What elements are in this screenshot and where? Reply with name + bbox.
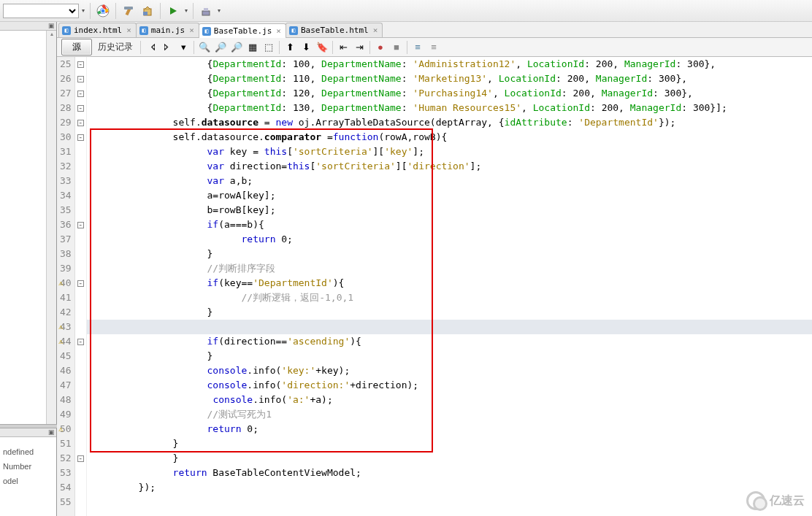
build-icon[interactable] — [120, 2, 137, 20]
nav-member[interactable]: Number — [3, 456, 53, 471]
nav-back-icon[interactable]: 🢔 — [144, 40, 158, 55]
collapse-icon[interactable]: ▣ — [0, 428, 56, 437]
shift-left-icon[interactable]: ⇤ — [336, 40, 351, 55]
find-prev-icon[interactable]: 🔎 — [213, 40, 228, 55]
code-line[interactable]: } — [90, 436, 812, 451]
code-line[interactable]: //测试写死为1 — [90, 407, 812, 422]
code-line[interactable]: console.info('a:'+a); — [90, 393, 812, 407]
fold-column: ---------- — [75, 57, 87, 516]
code-line[interactable]: } — [90, 247, 812, 261]
code-line[interactable]: return 0; — [90, 422, 812, 436]
code-editor[interactable]: 2526272829303132333435363738394041424344… — [57, 57, 812, 516]
editor-tab[interactable]: ◧BaseTable.js× — [199, 23, 286, 38]
run-icon[interactable] — [164, 2, 182, 20]
code-line[interactable] — [90, 495, 812, 509]
code-line[interactable]: return BaseTableContentViewModel; — [90, 466, 812, 480]
source-view-button[interactable]: 源 — [61, 39, 92, 55]
close-icon[interactable]: × — [125, 26, 133, 35]
tab-label: BaseTable.html — [301, 26, 369, 35]
fold-toggle-icon[interactable]: - — [77, 61, 84, 68]
fold-toggle-icon[interactable]: - — [77, 120, 84, 126]
watermark-text: 亿速云 — [770, 493, 805, 509]
separator — [193, 3, 194, 19]
fold-toggle-icon[interactable]: - — [77, 222, 84, 228]
macro-stop-icon[interactable]: ■ — [389, 40, 404, 55]
code-line[interactable]: console.info('direction:'+direction); — [90, 378, 812, 393]
uncomment-icon[interactable]: ≡ — [426, 40, 441, 55]
separator — [90, 3, 91, 19]
fold-toggle-icon[interactable]: - — [77, 76, 84, 82]
code-line[interactable]: var direction=this['sortCriteria']['dire… — [90, 159, 812, 174]
chrome-icon[interactable] — [94, 2, 112, 20]
code-line[interactable]: if(direction=='ascending'){ — [90, 334, 812, 349]
code-line[interactable]: } — [90, 349, 812, 363]
select-icon[interactable]: ⬚ — [261, 40, 276, 55]
code-line[interactable]: } — [90, 305, 812, 320]
code-line[interactable]: var a,b; — [90, 174, 812, 188]
code-line[interactable]: }); — [90, 480, 812, 495]
close-icon[interactable]: × — [275, 26, 283, 36]
highlight-icon[interactable]: ▦ — [245, 40, 260, 55]
code-line[interactable]: //判断排序字段 — [90, 261, 812, 276]
combo-arrow-icon[interactable]: ▾ — [80, 2, 86, 20]
editor-area: ◧index.html×◧main.js×◧BaseTable.js×◧Base… — [57, 22, 812, 516]
code-line[interactable]: var key = this['sortCriteria']['key']; — [90, 145, 812, 159]
find-next-icon[interactable]: 🔎 — [229, 40, 244, 55]
deploy-icon[interactable] — [197, 2, 215, 20]
editor-tab[interactable]: ◧main.js× — [136, 23, 199, 37]
fold-toggle-icon[interactable]: - — [77, 280, 84, 287]
dropdown-icon[interactable]: ▾ — [176, 40, 191, 55]
code-line[interactable]: } — [90, 451, 812, 466]
code-line[interactable]: self.datasource.comparator =function(row… — [90, 130, 812, 145]
shift-right-icon[interactable]: ⇥ — [352, 40, 367, 55]
editor-tab[interactable]: ◧BaseTable.html× — [286, 23, 383, 37]
main-toolbar: ▾ ▾ ▾ — [0, 0, 812, 22]
nav-member[interactable]: ndefined — [3, 442, 53, 456]
find-icon[interactable]: 🔍 — [197, 40, 212, 55]
comment-icon[interactable]: ≡ — [410, 40, 425, 55]
code-line[interactable]: self.datasource = new oj.ArrayTableDataS… — [90, 115, 812, 130]
nav-fwd-icon[interactable]: 🢖 — [160, 40, 175, 55]
fold-toggle-icon[interactable]: - — [77, 455, 84, 462]
fold-toggle-icon[interactable]: - — [77, 339, 84, 345]
code-content[interactable]: {DepartmentId: 100, DepartmentName: 'Adm… — [87, 57, 812, 516]
code-line[interactable]: {DepartmentId: 130, DepartmentName: 'Hum… — [90, 101, 812, 115]
separator — [332, 41, 333, 54]
code-line[interactable]: {DepartmentId: 110, DepartmentName: 'Mar… — [90, 72, 812, 86]
fold-toggle-icon[interactable]: - — [77, 134, 84, 141]
watermark-logo-icon — [746, 491, 765, 510]
code-line[interactable]: b=rowB[key]; — [90, 203, 812, 217]
fold-toggle-icon[interactable]: - — [77, 91, 84, 97]
code-line[interactable]: a=rowA[key]; — [90, 188, 812, 203]
svg-rect-4 — [124, 7, 133, 9]
code-line[interactable]: {DepartmentId: 120, DepartmentName: 'Pur… — [90, 86, 812, 101]
svg-rect-8 — [204, 8, 208, 11]
close-icon[interactable]: × — [372, 26, 380, 35]
watermark: 亿速云 — [746, 491, 805, 510]
close-icon[interactable]: × — [188, 26, 196, 35]
config-combo[interactable] — [3, 4, 79, 18]
scrollbar[interactable]: ▴ — [46, 31, 56, 424]
clean-build-icon[interactable] — [139, 2, 156, 20]
nav-member[interactable]: odel — [3, 471, 53, 485]
fold-toggle-icon[interactable]: - — [77, 105, 84, 112]
macro-record-icon[interactable]: ● — [373, 40, 388, 55]
prev-bookmark-icon[interactable]: ⬆ — [283, 40, 297, 55]
deploy-dropdown-icon[interactable]: ▾ — [216, 2, 222, 20]
toggle-bookmark-icon[interactable]: 🔖 — [315, 40, 329, 55]
collapse-icon[interactable]: ▣ — [0, 22, 56, 31]
file-icon: ◧ — [139, 26, 148, 35]
code-line[interactable]: if(key=='DepartmentId'){ — [90, 276, 812, 290]
next-bookmark-icon[interactable]: ⬇ — [299, 40, 313, 55]
run-dropdown-icon[interactable]: ▾ — [183, 2, 189, 20]
svg-point-2 — [101, 9, 105, 13]
code-line[interactable]: if(a===b){ — [90, 217, 812, 232]
code-line[interactable]: //判断逻辑，返回-1,0,1 — [90, 290, 812, 305]
code-line[interactable]: return 0; — [90, 232, 812, 247]
editor-tab[interactable]: ◧index.html× — [58, 23, 137, 37]
history-tab[interactable]: 历史记录 — [93, 41, 137, 53]
file-icon: ◧ — [62, 26, 71, 35]
editor-tab-bar: ◧index.html×◧main.js×◧BaseTable.js×◧Base… — [57, 22, 812, 38]
code-line[interactable]: console.info('key:'+key); — [90, 363, 812, 378]
code-line[interactable]: {DepartmentId: 100, DepartmentName: 'Adm… — [90, 57, 812, 72]
